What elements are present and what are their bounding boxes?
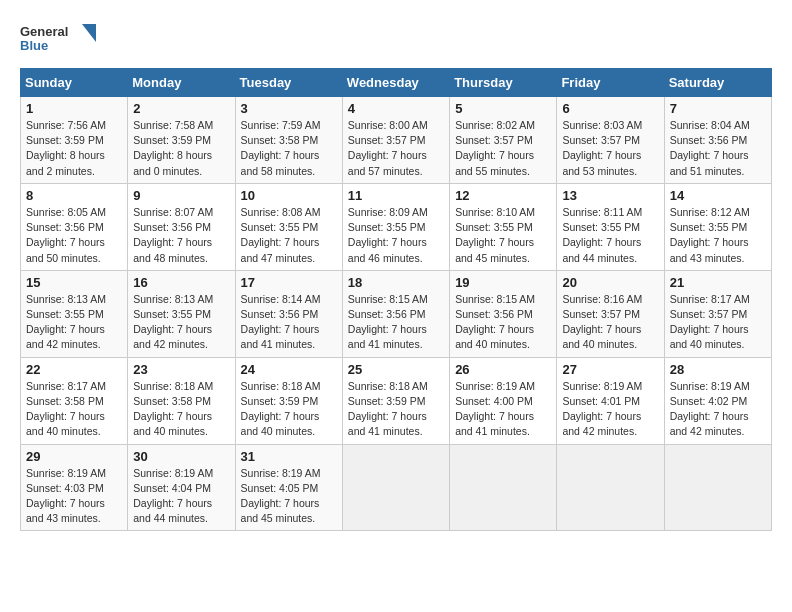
day-number: 2 (133, 101, 229, 116)
calendar-cell: 21Sunrise: 8:17 AMSunset: 3:57 PMDayligh… (664, 270, 771, 357)
day-info: Sunrise: 8:18 AMSunset: 3:58 PMDaylight:… (133, 379, 229, 440)
day-info: Sunrise: 8:15 AMSunset: 3:56 PMDaylight:… (348, 292, 444, 353)
calendar-cell: 23Sunrise: 8:18 AMSunset: 3:58 PMDayligh… (128, 357, 235, 444)
calendar-cell (450, 444, 557, 531)
day-info: Sunrise: 8:19 AMSunset: 4:01 PMDaylight:… (562, 379, 658, 440)
weekday-header-thursday: Thursday (450, 69, 557, 97)
day-info: Sunrise: 8:09 AMSunset: 3:55 PMDaylight:… (348, 205, 444, 266)
svg-text:General: General (20, 24, 68, 39)
calendar-week-row: 15Sunrise: 8:13 AMSunset: 3:55 PMDayligh… (21, 270, 772, 357)
day-number: 8 (26, 188, 122, 203)
calendar-week-row: 22Sunrise: 8:17 AMSunset: 3:58 PMDayligh… (21, 357, 772, 444)
calendar-table: SundayMondayTuesdayWednesdayThursdayFrid… (20, 68, 772, 531)
day-info: Sunrise: 8:19 AMSunset: 4:04 PMDaylight:… (133, 466, 229, 527)
calendar-cell (664, 444, 771, 531)
calendar-cell: 10Sunrise: 8:08 AMSunset: 3:55 PMDayligh… (235, 183, 342, 270)
day-number: 13 (562, 188, 658, 203)
logo: General Blue (20, 20, 100, 60)
calendar-cell: 22Sunrise: 8:17 AMSunset: 3:58 PMDayligh… (21, 357, 128, 444)
weekday-header-saturday: Saturday (664, 69, 771, 97)
day-info: Sunrise: 7:56 AMSunset: 3:59 PMDaylight:… (26, 118, 122, 179)
day-number: 1 (26, 101, 122, 116)
day-info: Sunrise: 8:13 AMSunset: 3:55 PMDaylight:… (26, 292, 122, 353)
calendar-cell: 18Sunrise: 8:15 AMSunset: 3:56 PMDayligh… (342, 270, 449, 357)
day-number: 9 (133, 188, 229, 203)
calendar-cell: 5Sunrise: 8:02 AMSunset: 3:57 PMDaylight… (450, 97, 557, 184)
calendar-cell: 12Sunrise: 8:10 AMSunset: 3:55 PMDayligh… (450, 183, 557, 270)
calendar-cell: 29Sunrise: 8:19 AMSunset: 4:03 PMDayligh… (21, 444, 128, 531)
calendar-cell: 19Sunrise: 8:15 AMSunset: 3:56 PMDayligh… (450, 270, 557, 357)
day-number: 22 (26, 362, 122, 377)
calendar-cell: 25Sunrise: 8:18 AMSunset: 3:59 PMDayligh… (342, 357, 449, 444)
day-number: 26 (455, 362, 551, 377)
svg-marker-2 (82, 24, 96, 42)
day-number: 28 (670, 362, 766, 377)
calendar-week-row: 8Sunrise: 8:05 AMSunset: 3:56 PMDaylight… (21, 183, 772, 270)
day-info: Sunrise: 8:17 AMSunset: 3:58 PMDaylight:… (26, 379, 122, 440)
day-info: Sunrise: 8:17 AMSunset: 3:57 PMDaylight:… (670, 292, 766, 353)
day-number: 19 (455, 275, 551, 290)
calendar-cell: 8Sunrise: 8:05 AMSunset: 3:56 PMDaylight… (21, 183, 128, 270)
calendar-cell: 9Sunrise: 8:07 AMSunset: 3:56 PMDaylight… (128, 183, 235, 270)
calendar-cell: 14Sunrise: 8:12 AMSunset: 3:55 PMDayligh… (664, 183, 771, 270)
day-info: Sunrise: 8:02 AMSunset: 3:57 PMDaylight:… (455, 118, 551, 179)
day-info: Sunrise: 8:00 AMSunset: 3:57 PMDaylight:… (348, 118, 444, 179)
calendar-header: SundayMondayTuesdayWednesdayThursdayFrid… (21, 69, 772, 97)
day-info: Sunrise: 8:19 AMSunset: 4:05 PMDaylight:… (241, 466, 337, 527)
day-info: Sunrise: 8:12 AMSunset: 3:55 PMDaylight:… (670, 205, 766, 266)
day-number: 23 (133, 362, 229, 377)
day-number: 7 (670, 101, 766, 116)
calendar-cell: 11Sunrise: 8:09 AMSunset: 3:55 PMDayligh… (342, 183, 449, 270)
day-info: Sunrise: 8:18 AMSunset: 3:59 PMDaylight:… (348, 379, 444, 440)
day-info: Sunrise: 8:18 AMSunset: 3:59 PMDaylight:… (241, 379, 337, 440)
day-info: Sunrise: 7:58 AMSunset: 3:59 PMDaylight:… (133, 118, 229, 179)
page-header: General Blue (20, 20, 772, 60)
logo-svg: General Blue (20, 20, 100, 60)
day-number: 30 (133, 449, 229, 464)
calendar-cell: 3Sunrise: 7:59 AMSunset: 3:58 PMDaylight… (235, 97, 342, 184)
day-info: Sunrise: 8:10 AMSunset: 3:55 PMDaylight:… (455, 205, 551, 266)
calendar-cell: 30Sunrise: 8:19 AMSunset: 4:04 PMDayligh… (128, 444, 235, 531)
calendar-cell: 28Sunrise: 8:19 AMSunset: 4:02 PMDayligh… (664, 357, 771, 444)
day-number: 24 (241, 362, 337, 377)
day-info: Sunrise: 8:19 AMSunset: 4:03 PMDaylight:… (26, 466, 122, 527)
day-info: Sunrise: 8:08 AMSunset: 3:55 PMDaylight:… (241, 205, 337, 266)
calendar-cell: 2Sunrise: 7:58 AMSunset: 3:59 PMDaylight… (128, 97, 235, 184)
calendar-cell: 16Sunrise: 8:13 AMSunset: 3:55 PMDayligh… (128, 270, 235, 357)
weekday-header-monday: Monday (128, 69, 235, 97)
day-number: 27 (562, 362, 658, 377)
weekday-header-sunday: Sunday (21, 69, 128, 97)
calendar-cell: 31Sunrise: 8:19 AMSunset: 4:05 PMDayligh… (235, 444, 342, 531)
day-number: 3 (241, 101, 337, 116)
day-info: Sunrise: 8:19 AMSunset: 4:00 PMDaylight:… (455, 379, 551, 440)
day-number: 5 (455, 101, 551, 116)
day-info: Sunrise: 8:05 AMSunset: 3:56 PMDaylight:… (26, 205, 122, 266)
calendar-cell: 17Sunrise: 8:14 AMSunset: 3:56 PMDayligh… (235, 270, 342, 357)
day-number: 25 (348, 362, 444, 377)
day-number: 12 (455, 188, 551, 203)
svg-text:Blue: Blue (20, 38, 48, 53)
day-info: Sunrise: 8:03 AMSunset: 3:57 PMDaylight:… (562, 118, 658, 179)
calendar-cell: 24Sunrise: 8:18 AMSunset: 3:59 PMDayligh… (235, 357, 342, 444)
day-info: Sunrise: 8:07 AMSunset: 3:56 PMDaylight:… (133, 205, 229, 266)
day-number: 29 (26, 449, 122, 464)
day-number: 10 (241, 188, 337, 203)
day-number: 4 (348, 101, 444, 116)
calendar-cell: 6Sunrise: 8:03 AMSunset: 3:57 PMDaylight… (557, 97, 664, 184)
day-number: 11 (348, 188, 444, 203)
day-info: Sunrise: 8:04 AMSunset: 3:56 PMDaylight:… (670, 118, 766, 179)
calendar-body: 1Sunrise: 7:56 AMSunset: 3:59 PMDaylight… (21, 97, 772, 531)
calendar-cell (342, 444, 449, 531)
day-number: 16 (133, 275, 229, 290)
weekday-header-friday: Friday (557, 69, 664, 97)
calendar-cell: 20Sunrise: 8:16 AMSunset: 3:57 PMDayligh… (557, 270, 664, 357)
day-number: 15 (26, 275, 122, 290)
day-number: 6 (562, 101, 658, 116)
day-info: Sunrise: 8:14 AMSunset: 3:56 PMDaylight:… (241, 292, 337, 353)
calendar-cell: 15Sunrise: 8:13 AMSunset: 3:55 PMDayligh… (21, 270, 128, 357)
weekday-header-tuesday: Tuesday (235, 69, 342, 97)
calendar-cell: 13Sunrise: 8:11 AMSunset: 3:55 PMDayligh… (557, 183, 664, 270)
weekday-header-row: SundayMondayTuesdayWednesdayThursdayFrid… (21, 69, 772, 97)
day-info: Sunrise: 8:13 AMSunset: 3:55 PMDaylight:… (133, 292, 229, 353)
day-info: Sunrise: 8:16 AMSunset: 3:57 PMDaylight:… (562, 292, 658, 353)
